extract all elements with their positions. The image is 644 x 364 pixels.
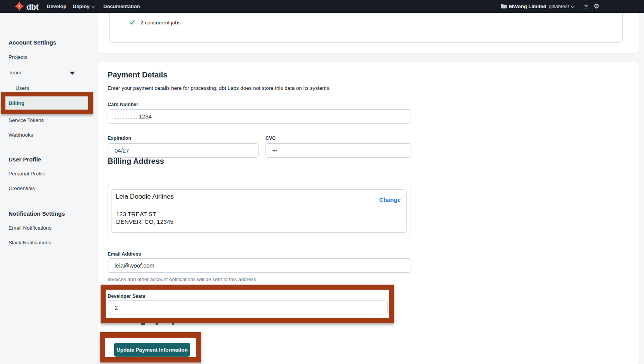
billing-address-title: Billing Address — [108, 157, 164, 166]
sidebar-heading-account-settings: Account Settings — [9, 39, 56, 46]
billing-address-name: Leia Doodle Airlines — [116, 193, 174, 201]
payment-details-subtitle: Enter your payment details here for proc… — [108, 85, 331, 91]
billing-address-line1: 123 TREAT ST — [116, 211, 156, 218]
developer-seats-input[interactable] — [108, 300, 388, 314]
sidebar-item-users[interactable]: Users — [15, 85, 29, 91]
usage-card: You are currently using 1 seat 2 concurr… — [98, 13, 639, 53]
nav-link-documentation[interactable]: Documentation — [103, 0, 140, 13]
clipped-text-remnant — [156, 323, 158, 325]
card-number-input[interactable] — [108, 109, 411, 124]
check-icon — [129, 19, 135, 27]
clipped-text-remnant — [141, 323, 145, 325]
email-address-input[interactable] — [108, 258, 411, 273]
sidebar-item-team[interactable]: Team — [9, 70, 21, 76]
card-number-label: Card Number — [108, 102, 138, 107]
email-helper-text: Invoices and other account notifications… — [108, 276, 256, 282]
clipped-text-remnant — [172, 323, 174, 325]
nav-link-deploy-label: Deploy — [73, 3, 89, 9]
project-selector[interactable]: gitlabtest — [549, 0, 575, 13]
account-name-label: MWong Limited — [509, 3, 546, 9]
cvc-input[interactable] — [265, 143, 411, 158]
update-payment-button[interactable]: Update Payment Information — [114, 343, 190, 357]
caret-down-icon[interactable] — [70, 72, 75, 75]
folder-icon — [501, 3, 507, 9]
sidebar-heading-notification-settings: Notification Settings — [9, 210, 65, 217]
project-name-label: gitlabtest — [549, 3, 569, 9]
help-icon[interactable]: ? — [582, 0, 589, 13]
chevron-down-icon — [91, 0, 95, 13]
settings-sidebar: Account Settings Projects Team Users Bil… — [0, 13, 93, 364]
nav-link-develop[interactable]: Develop — [47, 0, 67, 13]
nav-link-develop-label: Develop — [47, 3, 67, 9]
dbt-logo[interactable]: dbt — [14, 1, 38, 13]
gear-icon[interactable]: ⚙ — [592, 0, 601, 13]
cvc-label: CVC — [265, 136, 276, 141]
sidebar-item-email-notifications[interactable]: Email Notifications — [9, 225, 51, 231]
concurrent-jobs-text: 2 concurrent jobs — [140, 20, 181, 26]
account-name[interactable]: MWong Limited — [509, 0, 546, 13]
payment-details-card: Payment Details Enter your payment detai… — [98, 62, 639, 364]
nav-link-documentation-label: Documentation — [103, 3, 140, 9]
sidebar-item-personal-profile[interactable]: Personal Profile — [9, 171, 45, 177]
change-address-link[interactable]: Change — [379, 196, 401, 203]
email-address-label: Email Address — [108, 251, 141, 257]
chevron-down-icon — [571, 0, 575, 13]
sidebar-item-projects[interactable]: Projects — [9, 54, 27, 60]
nav-link-deploy[interactable]: Deploy — [73, 0, 95, 13]
billing-address-inner: Leia Doodle Airlines Change 123 TREAT ST… — [111, 189, 407, 233]
developer-seats-label: Developer Seats — [108, 294, 145, 299]
sidebar-item-webhooks[interactable]: Webhooks — [9, 132, 33, 138]
sidebar-heading-user-profile: User Profile — [9, 156, 41, 163]
dbt-logo-icon — [14, 1, 25, 13]
payment-details-title: Payment Details — [108, 70, 168, 79]
billing-address-box: Leia Doodle Airlines Change 123 TREAT ST… — [108, 185, 411, 236]
annotation-box-billing: Billing — [1, 92, 93, 114]
expiration-label: Expiration — [108, 136, 131, 141]
brand-text: dbt — [26, 2, 38, 12]
sidebar-item-billing-active[interactable]: Billing — [5, 96, 88, 110]
sidebar-item-slack-notifications[interactable]: Slack Notifications — [9, 240, 51, 246]
breadcrumb-separator: / — [544, 0, 545, 13]
sidebar-item-billing[interactable]: Billing — [9, 100, 24, 106]
expiration-input[interactable] — [108, 143, 259, 158]
sidebar-item-service-tokens[interactable]: Service Tokens — [9, 117, 44, 123]
top-navbar: dbt Develop Deploy Documentation MWong L… — [0, 0, 644, 13]
usage-inner-box: You are currently using 1 seat 2 concurr… — [109, 13, 623, 43]
sidebar-item-credentials[interactable]: Credentials — [9, 185, 35, 191]
billing-address-line2: DENVER, CO, 12345 — [116, 218, 173, 225]
